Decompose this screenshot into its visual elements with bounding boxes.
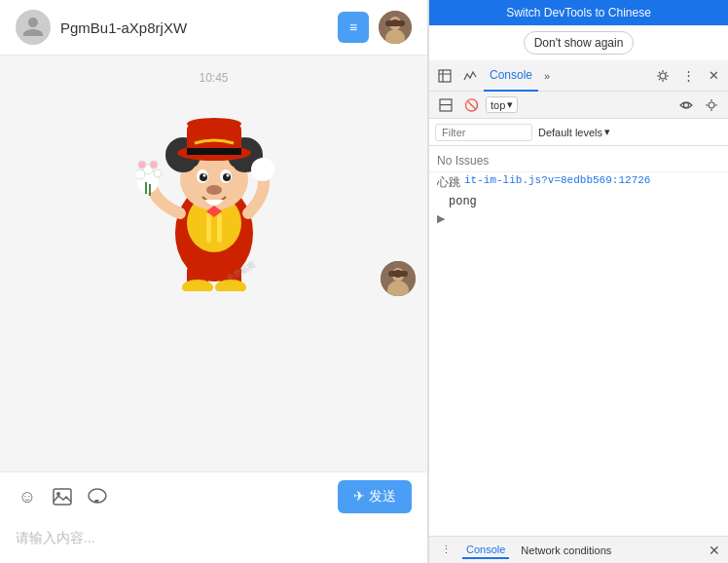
send-button[interactable]: ✈ 发送 bbox=[338, 480, 412, 513]
svg-point-8 bbox=[182, 280, 213, 291]
log-file-link[interactable]: it-im-lib.js?v=8edbb569:12726 bbox=[464, 174, 650, 186]
devtools-actions: ⋮ ✕ bbox=[652, 65, 724, 87]
image-icon bbox=[52, 486, 73, 507]
user-avatar-img bbox=[379, 11, 412, 44]
person-icon bbox=[21, 16, 45, 39]
switch-language-banner[interactable]: Switch DevTools to Chinese bbox=[429, 0, 728, 25]
console-toolbar: 🚫 top ▾ bbox=[429, 92, 728, 119]
elements-svg bbox=[438, 69, 452, 83]
expand-arrow[interactable]: ▶ bbox=[429, 210, 728, 227]
console-gear-svg bbox=[705, 98, 718, 112]
bubble-icon bbox=[87, 486, 108, 507]
devtools-panel: Switch DevTools to Chinese Don't show ag… bbox=[428, 0, 728, 563]
input-toolbar: ☺ ✈ 发送 bbox=[0, 471, 427, 521]
svg-point-51 bbox=[684, 102, 689, 107]
default-levels-dropdown[interactable]: Default levels ▾ bbox=[538, 126, 610, 138]
emoji-button[interactable]: ☺ bbox=[16, 485, 39, 508]
svg-point-28 bbox=[251, 158, 274, 181]
svg-point-48 bbox=[660, 73, 666, 79]
svg-rect-47 bbox=[439, 70, 451, 82]
clear-icon[interactable]: 🚫 bbox=[460, 94, 482, 116]
dock-svg bbox=[439, 98, 453, 112]
svg-rect-50 bbox=[440, 104, 452, 105]
svg-point-33 bbox=[150, 161, 158, 169]
no-issues-label: No Issues bbox=[429, 150, 728, 171]
message-sender-avatar bbox=[381, 261, 416, 296]
context-label: top bbox=[491, 99, 505, 111]
eye-icon[interactable] bbox=[675, 94, 697, 116]
bottom-close-icon[interactable]: ✕ bbox=[709, 543, 720, 558]
log-source-text: 心跳 bbox=[437, 174, 460, 191]
console-tab[interactable]: Console bbox=[484, 60, 538, 92]
devtools-bottom-bar: ⋮ Console Network conditions ✕ bbox=[429, 536, 728, 563]
input-placeholder: 请输入内容... bbox=[16, 530, 95, 545]
network-icon[interactable] bbox=[458, 64, 482, 88]
svg-point-26 bbox=[226, 174, 229, 177]
console-tab-label: Console bbox=[490, 68, 532, 82]
more-tabs-button[interactable]: » bbox=[540, 70, 554, 82]
svg-point-52 bbox=[709, 102, 714, 108]
chat-messages: 10:45 bbox=[0, 56, 427, 471]
svg-point-34 bbox=[154, 169, 162, 177]
sticker-message: 免费贴图 bbox=[16, 96, 412, 291]
settings-icon[interactable] bbox=[652, 65, 673, 87]
console-settings-icon[interactable] bbox=[701, 94, 722, 116]
menu-icon: ≡ bbox=[349, 19, 357, 35]
bottom-console-tab[interactable]: Console bbox=[462, 542, 509, 559]
filter-input[interactable] bbox=[435, 124, 532, 141]
filter-row: Default levels ▾ bbox=[429, 119, 728, 146]
sender-avatar-img bbox=[381, 261, 416, 296]
mickey-sticker: 免费贴图 bbox=[136, 96, 292, 291]
chat-input-area[interactable]: 请输入内容... bbox=[0, 521, 427, 563]
svg-point-32 bbox=[138, 161, 146, 169]
eye-svg bbox=[679, 98, 693, 112]
elements-icon[interactable] bbox=[433, 64, 456, 88]
gear-icon bbox=[656, 69, 670, 83]
bottom-bar-menu-icon[interactable]: ⋮ bbox=[437, 542, 455, 559]
network-svg bbox=[463, 69, 477, 83]
devtools-tab-row: Console » ⋮ ✕ bbox=[429, 60, 728, 92]
default-levels-label: Default levels bbox=[538, 127, 602, 138]
svg-point-27 bbox=[206, 185, 222, 195]
menu-button[interactable]: ≡ bbox=[338, 12, 369, 43]
dropdown-arrow-icon: ▾ bbox=[507, 98, 513, 111]
dock-icon[interactable] bbox=[435, 94, 456, 116]
svg-point-25 bbox=[202, 174, 205, 177]
chat-username: PgmBu1-aXp8rjXW bbox=[60, 19, 328, 36]
kebab-menu-icon[interactable]: ⋮ bbox=[677, 65, 699, 87]
chat-panel: PgmBu1-aXp8rjXW ≡ 10:45 bbox=[0, 0, 428, 563]
context-dropdown[interactable]: top ▾ bbox=[486, 96, 518, 113]
contact-avatar bbox=[16, 10, 51, 45]
svg-rect-12 bbox=[217, 213, 222, 243]
log-pong-text: pong bbox=[449, 195, 477, 208]
user-avatar bbox=[379, 11, 412, 44]
chat-header: PgmBu1-aXp8rjXW ≡ bbox=[0, 0, 427, 56]
svg-rect-20 bbox=[187, 148, 241, 155]
message-timestamp: 10:45 bbox=[16, 71, 412, 85]
svg-point-31 bbox=[136, 169, 145, 179]
log-secondary-row: pong bbox=[429, 193, 728, 210]
mickey-svg: 免费贴图 bbox=[136, 96, 292, 291]
svg-rect-11 bbox=[206, 213, 211, 243]
levels-arrow-icon: ▾ bbox=[604, 126, 610, 138]
close-devtools-icon[interactable]: ✕ bbox=[703, 65, 724, 87]
svg-rect-4 bbox=[385, 20, 405, 26]
chat-bubble-button[interactable] bbox=[86, 485, 109, 508]
svg-rect-44 bbox=[54, 489, 71, 505]
console-content: No Issues 心跳 it-im-lib.js?v=8edbb569:127… bbox=[429, 146, 728, 536]
bottom-network-tab[interactable]: Network conditions bbox=[517, 543, 615, 558]
console-log-row: 心跳 it-im-lib.js?v=8edbb569:12726 bbox=[429, 171, 728, 193]
svg-rect-43 bbox=[388, 271, 408, 277]
image-button[interactable] bbox=[51, 485, 74, 508]
dont-show-button[interactable]: Don't show again bbox=[524, 31, 635, 55]
svg-point-19 bbox=[187, 118, 241, 130]
